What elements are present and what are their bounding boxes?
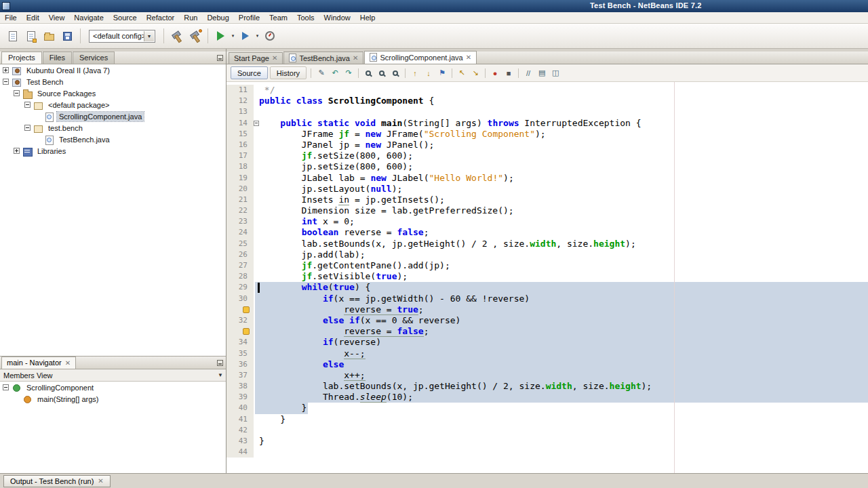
- projects-tree-item-libraries[interactable]: Libraries: [0, 145, 226, 157]
- code-line-13[interactable]: 13: [226, 106, 868, 117]
- projects-tree-item-source-packages[interactable]: Source Packages: [0, 87, 226, 99]
- output-tab[interactable]: Output - Test Bench (run) ✕: [3, 475, 111, 487]
- minimize-panel-button[interactable]: [217, 55, 223, 61]
- menu-refactor[interactable]: Refactor: [142, 13, 180, 22]
- collapse-icon[interactable]: [24, 125, 31, 131]
- code-line-38[interactable]: 38 lab.setBounds(x, jp.getHeight() / 2, …: [226, 381, 868, 392]
- projects-tree-item-test-bench[interactable]: Test Bench: [0, 76, 226, 87]
- debug-project-icon[interactable]: [236, 27, 254, 45]
- suggestion-icon[interactable]: [243, 306, 250, 313]
- close-icon[interactable]: ✕: [353, 55, 358, 62]
- projects-tree-item-testbench-java[interactable]: TestBench.java: [0, 134, 226, 145]
- projects-tree-item-kubuntu-oreal-ii-java-7[interactable]: Kubuntu Oreal II (Java 7): [0, 64, 226, 76]
- code-line-24[interactable]: 24 boolean reverse = false;: [226, 227, 868, 238]
- toggle-highlight-search-icon[interactable]: [389, 67, 401, 79]
- collapse-icon[interactable]: [14, 90, 20, 96]
- navigator-tree-item-scrollingcomponent[interactable]: ScrollingComponent: [0, 382, 226, 393]
- history-view-button[interactable]: History: [270, 66, 307, 79]
- code-line-21[interactable]: 21 Insets in = jp.getInsets();: [226, 195, 868, 205]
- menu-tools[interactable]: Tools: [292, 13, 319, 22]
- chevron-down-icon[interactable]: ▾: [254, 33, 260, 39]
- shift-left-icon[interactable]: ↖: [456, 67, 468, 79]
- open-project-icon[interactable]: [40, 27, 58, 45]
- chevron-down-icon[interactable]: ▾: [230, 33, 236, 39]
- save-all-icon[interactable]: [58, 27, 77, 45]
- code-line-29[interactable]: 29 while(true) {: [226, 282, 868, 293]
- close-icon[interactable]: ✕: [272, 55, 277, 62]
- forward-icon[interactable]: ↷: [342, 67, 355, 79]
- code-line-27[interactable]: 27 jf.getContentPane().add(jp);: [226, 260, 868, 271]
- code-line-41[interactable]: 41 }: [226, 414, 868, 425]
- code-line-30[interactable]: 30 if(x == jp.getWidth() - 60 && !revers…: [226, 293, 868, 304]
- suggestion-icon[interactable]: [243, 328, 250, 335]
- close-icon[interactable]: ✕: [65, 360, 71, 367]
- build-project-icon[interactable]: [167, 27, 186, 45]
- code-line-44[interactable]: 44: [226, 447, 868, 458]
- code-line-34[interactable]: 34 if(reverse): [226, 337, 868, 348]
- previous-bookmark-icon[interactable]: ↑: [409, 67, 421, 79]
- last-edit-icon[interactable]: ✎: [315, 67, 328, 79]
- doc-tab-scrollingcomponent-java[interactable]: ScrollingComponent.java✕: [364, 51, 477, 64]
- titlebar[interactable]: Test Bench - NetBeans IDE 7.2: [0, 0, 868, 12]
- shift-right-icon[interactable]: ↘: [469, 67, 481, 79]
- collapse-icon[interactable]: [3, 79, 9, 85]
- code-line-36[interactable]: 36 else: [226, 359, 868, 370]
- collapse-icon[interactable]: [24, 102, 31, 108]
- stop-macro-recording-icon[interactable]: ■: [502, 67, 515, 79]
- diff-icon[interactable]: ◫: [549, 67, 561, 79]
- new-file-icon[interactable]: [3, 27, 22, 45]
- menu-source[interactable]: Source: [108, 13, 142, 22]
- code-line-37[interactable]: 37 x++;: [226, 370, 868, 381]
- code-line-26[interactable]: 26 jp.add(lab);: [226, 249, 868, 260]
- navigator-tab[interactable]: main - Navigator ✕: [1, 357, 76, 369]
- code-line-20[interactable]: 20 jp.setLayout(null);: [226, 184, 868, 195]
- navigator-tree-item-main-string-args[interactable]: main(String[] args): [0, 393, 226, 405]
- tab-files[interactable]: Files: [43, 52, 72, 64]
- code-line-15[interactable]: 15 JFrame jf = new JFrame("Scrolling Com…: [226, 129, 868, 140]
- tab-projects[interactable]: Projects: [1, 52, 42, 64]
- find-selection-icon[interactable]: [362, 67, 374, 79]
- code-line-11[interactable]: 11 */: [226, 85, 868, 96]
- menu-team[interactable]: Team: [264, 13, 292, 22]
- code-line-17[interactable]: 17 jf.setSize(800, 600);: [226, 150, 868, 161]
- start-macro-recording-icon[interactable]: ●: [489, 67, 501, 79]
- projects-tree-item-test-bench[interactable]: test.bench: [0, 122, 226, 134]
- code-line-12[interactable]: 12public class ScrollingComponent {: [226, 96, 868, 106]
- code-line-16[interactable]: 16 JPanel jp = new JPanel();: [226, 140, 868, 150]
- uncomment-icon[interactable]: ▤: [536, 67, 548, 79]
- menu-edit[interactable]: Edit: [22, 13, 44, 22]
- code-line-42[interactable]: 42: [226, 425, 868, 436]
- code-line-33[interactable]: reverse = false;: [226, 326, 868, 337]
- code-line-25[interactable]: 25 lab.setBounds(x, jp.getHeight() / 2 ,…: [226, 239, 868, 249]
- expand-icon[interactable]: [3, 67, 9, 73]
- next-bookmark-icon[interactable]: ↓: [422, 67, 435, 79]
- code-line-39[interactable]: 39 Thread.sleep(10);: [226, 392, 868, 403]
- expand-icon[interactable]: [14, 148, 20, 154]
- doc-tab-start-page[interactable]: Start Page✕: [229, 52, 283, 64]
- source-view-button[interactable]: Source: [231, 66, 268, 79]
- members-view-select[interactable]: Members View ▼: [0, 369, 226, 382]
- run-project-icon[interactable]: [212, 27, 230, 45]
- code-line-40[interactable]: 40 }: [226, 403, 868, 413]
- doc-tab-testbench-java[interactable]: TestBench.java✕: [283, 52, 363, 64]
- code-line-43[interactable]: 43}: [226, 436, 868, 447]
- menu-help[interactable]: Help: [355, 13, 380, 22]
- clean-build-project-icon[interactable]: [186, 27, 204, 45]
- menu-window[interactable]: Window: [319, 13, 355, 22]
- code-line-28[interactable]: 28 jf.setVisible(true);: [226, 271, 868, 282]
- find-occurrences-icon[interactable]: [376, 67, 388, 79]
- profile-project-icon[interactable]: [260, 27, 279, 45]
- tab-services[interactable]: Services: [73, 52, 115, 64]
- code-line-22[interactable]: 22 Dimension size = lab.getPreferredSize…: [226, 205, 868, 216]
- menu-navigate[interactable]: Navigate: [69, 13, 108, 22]
- code-line-14[interactable]: 14 public static void main(String[] args…: [226, 118, 868, 129]
- code-fold-icon[interactable]: [254, 121, 259, 126]
- menu-debug[interactable]: Debug: [202, 13, 233, 22]
- back-icon[interactable]: ↶: [329, 67, 341, 79]
- close-icon[interactable]: ✕: [466, 54, 471, 61]
- code-line-19[interactable]: 19 JLabel lab = new JLabel("Hello World!…: [226, 173, 868, 184]
- projects-tree-item-default-package[interactable]: <default package>: [0, 99, 226, 110]
- config-select[interactable]: <default config>▼: [89, 30, 155, 43]
- code-editor[interactable]: 11 */12public class ScrollingComponent {…: [226, 82, 868, 473]
- new-project-icon[interactable]: [22, 27, 40, 45]
